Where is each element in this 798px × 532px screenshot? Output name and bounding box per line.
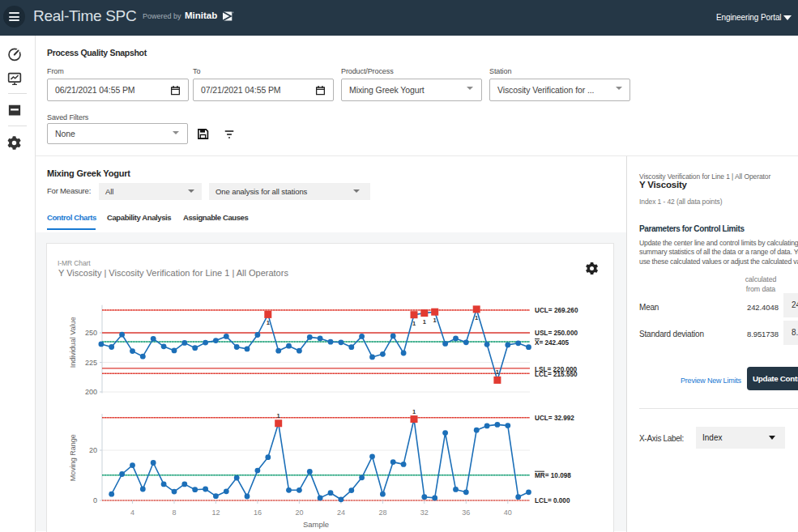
svg-text:12: 12 — [211, 509, 220, 517]
svg-text:1: 1 — [423, 318, 426, 326]
svg-text:MR= 10.098: MR= 10.098 — [535, 472, 571, 479]
svg-text:USL= 250.000: USL= 250.000 — [535, 330, 578, 337]
svg-text:225: 225 — [85, 359, 97, 367]
svg-text:0: 0 — [93, 496, 97, 504]
svg-text:UCL= 269.260: UCL= 269.260 — [535, 307, 578, 314]
svg-text:Moving Range: Moving Range — [69, 434, 77, 481]
svg-text:UCL= 32.992: UCL= 32.992 — [535, 415, 574, 422]
svg-text:4: 4 — [130, 509, 134, 517]
svg-text:32: 32 — [420, 509, 429, 517]
svg-text:1: 1 — [412, 408, 416, 415]
svg-text:Individual Value: Individual Value — [69, 317, 77, 368]
svg-text:Sample: Sample — [303, 520, 329, 529]
svg-text:24: 24 — [337, 509, 345, 517]
svg-text:250: 250 — [85, 329, 97, 337]
svg-text:40: 40 — [504, 509, 512, 517]
svg-text:1: 1 — [412, 320, 416, 327]
svg-text:20: 20 — [89, 446, 97, 454]
svg-text:LCL= 215.550: LCL= 215.550 — [535, 371, 578, 378]
svg-text:LCL= 0.000: LCL= 0.000 — [535, 497, 570, 504]
svg-text:36: 36 — [462, 509, 470, 517]
svg-text:16: 16 — [254, 509, 262, 517]
svg-text:20: 20 — [295, 509, 303, 517]
svg-text:1: 1 — [433, 317, 437, 324]
svg-text:28: 28 — [378, 509, 386, 517]
svg-text:X= 242.405: X= 242.405 — [535, 339, 570, 347]
svg-text:1: 1 — [277, 412, 280, 419]
svg-text:8: 8 — [172, 509, 176, 517]
svg-text:200: 200 — [85, 388, 97, 396]
svg-text:1: 1 — [267, 319, 270, 326]
svg-text:1: 1 — [475, 314, 478, 321]
svg-text:1: 1 — [496, 368, 499, 376]
